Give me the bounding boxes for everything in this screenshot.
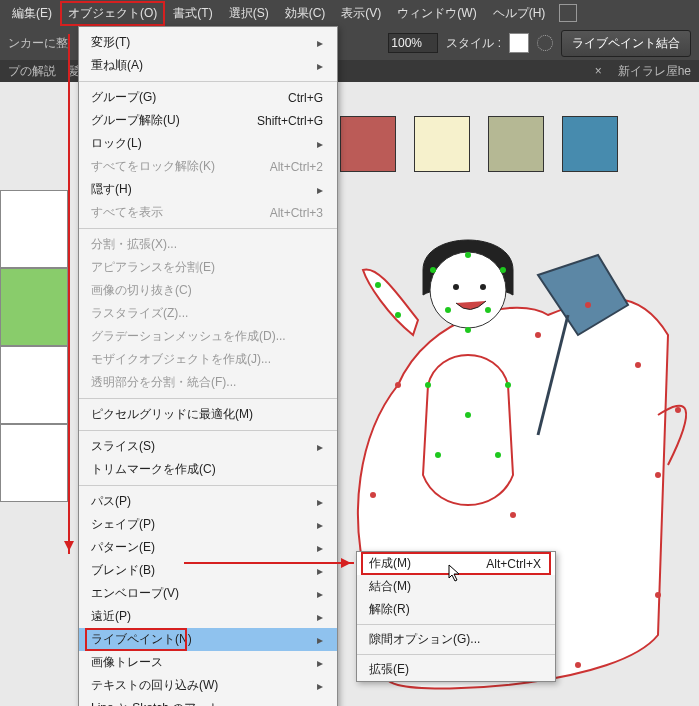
- globe-icon[interactable]: [537, 35, 553, 51]
- menu-bar: 編集(E) オブジェクト(O) 書式(T) 選択(S) 効果(C) 表示(V) …: [0, 0, 699, 26]
- submenu-item-e[interactable]: 拡張(E): [357, 658, 555, 681]
- svg-point-26: [675, 407, 681, 413]
- swatch-1[interactable]: [340, 116, 396, 172]
- menu-select[interactable]: 選択(S): [221, 1, 277, 26]
- annotation-arrow-down: [68, 34, 70, 554]
- swatch-2[interactable]: [414, 116, 470, 172]
- svg-point-7: [445, 307, 451, 313]
- menu-item-d[interactable]: グラデーションメッシュを作成(D)...: [79, 325, 337, 348]
- menu-help[interactable]: ヘルプ(H): [485, 1, 554, 26]
- svg-point-8: [485, 307, 491, 313]
- svg-point-2: [453, 284, 459, 290]
- left-block-4: [0, 424, 68, 502]
- menu-item-c[interactable]: トリムマークを作成(C): [79, 458, 337, 481]
- menu-item-p[interactable]: パス(P)▸: [79, 490, 337, 513]
- svg-point-13: [435, 452, 441, 458]
- svg-point-17: [395, 382, 401, 388]
- left-block-1: [0, 190, 68, 268]
- anchor-text: ンカーに整: [8, 35, 68, 52]
- submenu-item-g[interactable]: 隙間オプション(G)...: [357, 628, 555, 651]
- menu-item-e[interactable]: パターン(E)▸: [79, 536, 337, 559]
- menu-item-a[interactable]: 重ね順(A)▸: [79, 54, 337, 77]
- menu-item-p[interactable]: シェイプ(P)▸: [79, 513, 337, 536]
- menu-item-h[interactable]: 隠す(H)▸: [79, 178, 337, 201]
- menu-view[interactable]: 表示(V): [333, 1, 389, 26]
- swatch-row: [340, 116, 618, 172]
- menu-item-m[interactable]: ピクセルグリッドに最適化(M): [79, 403, 337, 426]
- menu-item-f[interactable]: 透明部分を分割・統合(F)...: [79, 371, 337, 394]
- menu-item-p[interactable]: 遠近(P)▸: [79, 605, 337, 628]
- menu-item-j[interactable]: モザイクオブジェクトを作成(J)...: [79, 348, 337, 371]
- menu-item-g[interactable]: グループ(G)Ctrl+G: [79, 86, 337, 109]
- swatch-4[interactable]: [562, 116, 618, 172]
- cursor-icon: [448, 564, 462, 582]
- svg-point-16: [395, 312, 401, 318]
- svg-point-11: [505, 382, 511, 388]
- svg-point-12: [465, 412, 471, 418]
- menu-object[interactable]: オブジェクト(O): [60, 1, 165, 26]
- live-paint-merge-button[interactable]: ライブペイント結合: [561, 30, 691, 57]
- menu-item-e[interactable]: アピアランスを分割(E): [79, 256, 337, 279]
- menu-item-l[interactable]: ロック(L)▸: [79, 132, 337, 155]
- menu-item-z[interactable]: ラスタライズ(Z)...: [79, 302, 337, 325]
- tab-2[interactable]: 新イラレ屋he: [618, 63, 691, 80]
- menu-item-v[interactable]: エンベロープ(V)▸: [79, 582, 337, 605]
- svg-point-4: [465, 252, 471, 258]
- menu-item-c[interactable]: 画像の切り抜き(C): [79, 279, 337, 302]
- menu-item-n[interactable]: ライブペイント(N)▸: [79, 628, 337, 651]
- left-block-3: [0, 346, 68, 424]
- svg-point-10: [425, 382, 431, 388]
- menu-item-t[interactable]: 変形(T)▸: [79, 31, 337, 54]
- svg-point-21: [575, 662, 581, 668]
- svg-point-25: [585, 302, 591, 308]
- svg-point-9: [465, 327, 471, 333]
- svg-point-23: [655, 472, 661, 478]
- zoom-field[interactable]: [388, 33, 438, 53]
- svg-point-3: [480, 284, 486, 290]
- menu-item-[interactable]: 画像トレース▸: [79, 651, 337, 674]
- menu-type[interactable]: 書式(T): [165, 1, 220, 26]
- svg-point-14: [495, 452, 501, 458]
- annotation-arrow-right: [184, 562, 354, 564]
- left-block-2: [0, 268, 68, 346]
- submenu-item-r[interactable]: 解除(R): [357, 598, 555, 621]
- menu-item-w[interactable]: テキストの回り込み(W)▸: [79, 674, 337, 697]
- menu-item-x[interactable]: 分割・拡張(X)...: [79, 233, 337, 256]
- svg-point-15: [375, 282, 381, 288]
- menu-item-s[interactable]: スライス(S)▸: [79, 435, 337, 458]
- swatch-3[interactable]: [488, 116, 544, 172]
- left-palette: [0, 190, 70, 502]
- svg-point-27: [535, 332, 541, 338]
- close-icon[interactable]: ×: [595, 64, 602, 78]
- svg-point-6: [500, 267, 506, 273]
- svg-point-18: [370, 492, 376, 498]
- style-label: スタイル :: [446, 35, 501, 52]
- style-swatch[interactable]: [509, 33, 529, 53]
- svg-point-1: [430, 252, 506, 328]
- menu-item-linesketch[interactable]: Line と Sketch のアート▸: [79, 697, 337, 706]
- object-menu-dropdown: 変形(T)▸重ね順(A)▸ グループ(G)Ctrl+Gグループ解除(U)Shif…: [78, 26, 338, 706]
- menu-window[interactable]: ウィンドウ(W): [389, 1, 484, 26]
- svg-point-28: [510, 512, 516, 518]
- svg-point-24: [635, 362, 641, 368]
- svg-point-22: [655, 592, 661, 598]
- menu-edit[interactable]: 編集(E): [4, 1, 60, 26]
- menu-item-k[interactable]: すべてをロック解除(K)Alt+Ctrl+2: [79, 155, 337, 178]
- layout-icon[interactable]: [559, 4, 577, 22]
- svg-point-5: [430, 267, 436, 273]
- menu-item-u[interactable]: グループ解除(U)Shift+Ctrl+G: [79, 109, 337, 132]
- menu-effect[interactable]: 効果(C): [277, 1, 334, 26]
- menu-item-[interactable]: すべてを表示Alt+Ctrl+3: [79, 201, 337, 224]
